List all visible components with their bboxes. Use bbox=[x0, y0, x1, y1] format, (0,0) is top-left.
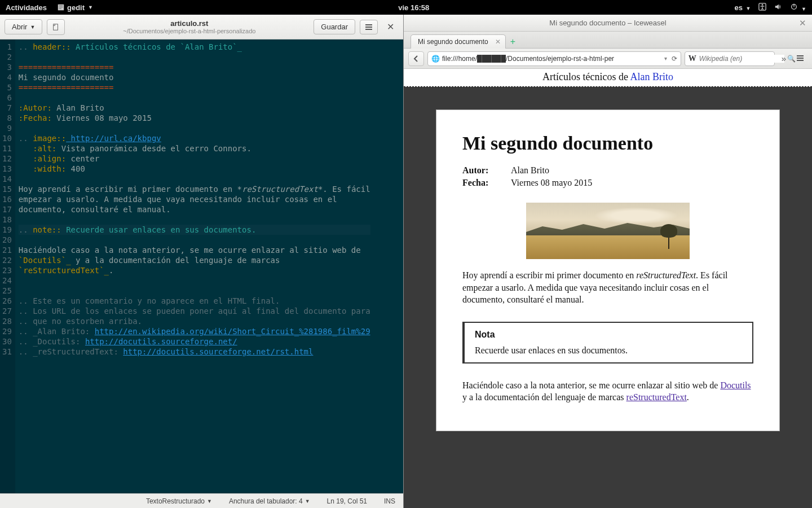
svg-rect-2 bbox=[59, 7, 63, 7]
window-title: articulo.rst ~/Documentos/ejemplo-rst-a-… bbox=[69, 19, 309, 34]
tab-strip: Mi segundo documento ✕ + bbox=[404, 32, 812, 49]
note-admonition: Nota Recuerde usar enlaces en sus docume… bbox=[462, 322, 753, 364]
save-button[interactable]: Guardar bbox=[314, 19, 355, 34]
app-menu[interactable]: gedit▼ bbox=[57, 3, 93, 12]
tab-close-icon[interactable]: ✕ bbox=[495, 38, 501, 46]
rst-link[interactable]: reStructuredText bbox=[626, 392, 687, 402]
syntax-selector[interactable]: TextoRestructurado ▼ bbox=[146, 497, 212, 505]
header-author-link[interactable]: Alan Brito bbox=[630, 71, 673, 82]
code-content[interactable]: .. header:: Artículos técnicos de `Alan … bbox=[15, 40, 374, 493]
reload-icon[interactable]: ⟳ bbox=[672, 55, 677, 63]
gedit-window: Abrir ▼ articulo.rst ~/Documentos/ejempl… bbox=[0, 15, 404, 508]
browser-toolbar: 🌐 file:///home/██████/Documentos/ejemplo… bbox=[404, 49, 812, 69]
globe-icon: 🌐 bbox=[431, 55, 440, 63]
iceweasel-window: Mi segundo documento – Iceweasel ✕ Mi se… bbox=[404, 15, 812, 508]
gedit-headerbar: Abrir ▼ articulo.rst ~/Documentos/ejempl… bbox=[0, 15, 403, 40]
browser-tab[interactable]: Mi segundo documento ✕ bbox=[411, 34, 506, 49]
keyboard-layout[interactable]: es ▼ bbox=[734, 3, 751, 12]
close-button[interactable]: ✕ bbox=[382, 19, 399, 34]
tabwidth-selector[interactable]: Anchura del tabulador: 4 ▼ bbox=[229, 497, 310, 505]
back-icon bbox=[413, 55, 420, 62]
filepath: ~/Documentos/ejemplo-rst-a-html-personal… bbox=[69, 28, 309, 34]
cursor-position: Ln 19, Col 51 bbox=[327, 497, 367, 505]
svg-rect-8 bbox=[54, 24, 58, 30]
note-body: Recuerde usar enlaces en sus documentos. bbox=[475, 345, 742, 356]
line-gutter: 1234567891011121314151617181920212223242… bbox=[0, 40, 15, 493]
browser-menu-button[interactable] bbox=[793, 52, 807, 64]
status-bar: TextoRestructurado ▼ Anchura del tabulad… bbox=[0, 493, 403, 508]
meta-date: Fecha: Viernes 08 mayo 2015 bbox=[462, 178, 753, 188]
url-bar[interactable]: 🌐 file:///home/██████/Documentos/ejemplo… bbox=[427, 51, 681, 66]
editor-area[interactable]: 1234567891011121314151617181920212223242… bbox=[0, 40, 403, 493]
search-input[interactable] bbox=[699, 55, 784, 63]
url-text: file:///home/██████/Documentos/ejemplo-r… bbox=[442, 55, 660, 63]
wikipedia-icon: W bbox=[689, 54, 696, 63]
a11y-icon[interactable] bbox=[758, 3, 766, 12]
meta-author: Autor: Alan Brito bbox=[462, 165, 753, 176]
paragraph-1: Hoy aprendí a escribir mi primer documen… bbox=[462, 269, 753, 306]
svg-rect-1 bbox=[59, 6, 63, 6]
hamburger-button[interactable] bbox=[360, 20, 378, 34]
new-tab-button[interactable]: + bbox=[506, 36, 520, 48]
gedit-app-icon bbox=[57, 3, 65, 11]
back-button[interactable] bbox=[408, 51, 424, 66]
new-document-icon bbox=[52, 23, 60, 31]
window-close-button[interactable]: ✕ bbox=[799, 18, 806, 28]
paragraph-2: Haciéndole caso a la nota anterior, se m… bbox=[462, 379, 753, 404]
menu-icon bbox=[796, 55, 804, 62]
page-title: Mi segundo documento bbox=[462, 133, 753, 154]
docutils-link[interactable]: Docutils bbox=[720, 380, 751, 390]
svg-rect-3 bbox=[59, 8, 61, 9]
svg-point-5 bbox=[762, 4, 764, 6]
activities-button[interactable]: Actividades bbox=[6, 3, 47, 12]
history-dropdown-icon[interactable]: ▾ bbox=[662, 55, 669, 62]
browser-titlebar: Mi segundo documento – Iceweasel ✕ bbox=[404, 15, 812, 32]
gnome-topbar: Actividades gedit▼ vie 16:58 es ▼ ▼ bbox=[0, 0, 812, 15]
overflow-button[interactable]: » bbox=[778, 52, 789, 64]
browser-viewport[interactable]: Artículos técnicos de Alan Brito Mi segu… bbox=[404, 69, 812, 508]
clock[interactable]: vie 16:58 bbox=[93, 3, 734, 12]
note-title: Nota bbox=[475, 330, 742, 340]
insert-mode[interactable]: INS bbox=[384, 497, 395, 505]
open-button[interactable]: Abrir ▼ bbox=[5, 19, 42, 34]
page-header: Artículos técnicos de Alan Brito bbox=[404, 69, 812, 87]
volume-icon[interactable] bbox=[774, 3, 782, 12]
search-box[interactable]: W 🔍 bbox=[685, 51, 775, 66]
panorama-image bbox=[526, 203, 690, 259]
document-body: Mi segundo documento Autor: Alan Brito F… bbox=[436, 110, 780, 431]
filename: articulo.rst bbox=[69, 19, 309, 28]
new-tab-button[interactable] bbox=[47, 19, 65, 35]
menu-icon bbox=[365, 24, 373, 30]
power-icon[interactable]: ▼ bbox=[790, 3, 806, 12]
